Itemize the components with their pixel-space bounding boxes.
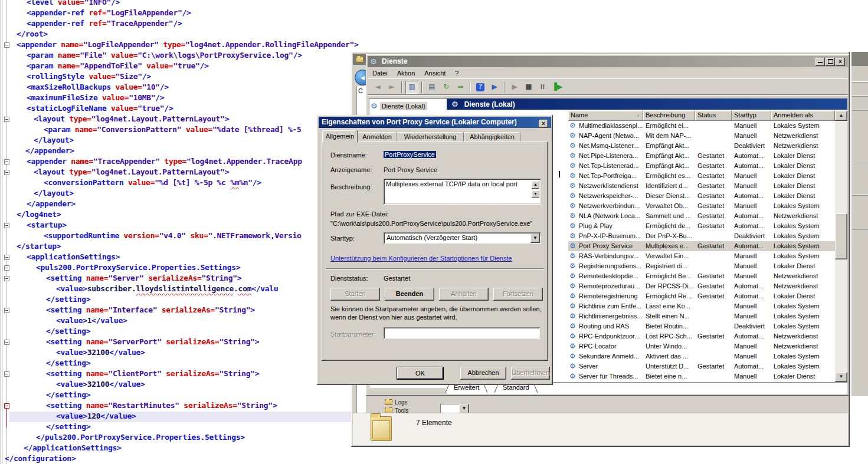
dienststatus-value: Gestartet [384, 275, 410, 282]
table-row[interactable]: ⚙Sekundäre Anmeld...Aktiviert das ...Man… [568, 351, 835, 361]
table-row[interactable]: ⚙Routing und RASBietet Routin...Deaktivi… [568, 321, 835, 331]
background-window-edge [851, 52, 868, 396]
back-icon[interactable]: ◄ [371, 81, 384, 94]
scroll-down-button[interactable]: ▼ [835, 372, 847, 382]
column-header-name[interactable]: Name▲ [568, 111, 643, 121]
table-row[interactable]: ⚙ServerUnterstützt D...GestartetAutomat.… [568, 361, 835, 371]
beschreibung-textbox[interactable]: Multiplexes external TCP/IP data on loca… [384, 179, 541, 205]
folder-icon [356, 57, 363, 62]
table-row[interactable]: ⚙Richtlinie zum Entfe...Lässt eine Ko...… [568, 301, 835, 311]
explorer-statusbar: 7 Elemente [353, 413, 848, 445]
table-row[interactable]: ⚙NetzwerklistendienstIdentifiziert d...G… [568, 181, 835, 191]
table-row[interactable]: ⚙Registrierungsdiens...Registriert di...… [568, 261, 835, 271]
table-row[interactable]: ⚙NAP-Agent (Netwo...Mit dem NAP-...Manue… [568, 131, 835, 141]
export-list-icon[interactable]: ⇒ [454, 81, 467, 94]
table-header: Name▲BeschreibungStatusStarttypAnmelden … [568, 111, 835, 121]
table-row[interactable]: ⚙Net.Tcp-Listenerad...Empfängt Akt...Ges… [568, 161, 835, 171]
element-count-text: 7 Elemente [416, 419, 452, 427]
show-console-tree-icon[interactable]: ▥ [405, 81, 418, 94]
extended-view-icon[interactable]: ▶ [488, 81, 501, 94]
table-row[interactable]: ⚙Net.Tcp-Portfreiga...Ermöglicht es...Ge… [568, 171, 835, 181]
ok-button[interactable]: OK [397, 367, 444, 380]
starttyp-dropdown[interactable]: Automatisch (Verzögerter Start) ▼ [384, 232, 541, 244]
table-row[interactable]: ⚙Remoteprozedurau...Der RPCSS-Di...Gesta… [568, 281, 835, 291]
code-line[interactable]: </root> [9, 29, 413, 40]
desktop: <level value="INFO"/><appender-ref ref="… [0, 0, 868, 464]
column-header-anmeldenals[interactable]: Anmelden als [771, 111, 835, 121]
menu-item-?[interactable]: ? [450, 70, 463, 77]
forward-icon[interactable]: ► [385, 81, 398, 94]
starten-button[interactable]: Starten [330, 288, 380, 301]
properties-icon[interactable]: ▤ [425, 81, 438, 94]
stop-service-icon[interactable]: ■ [522, 81, 535, 94]
services-table: Name▲BeschreibungStatusStarttypAnmelden … [568, 111, 847, 382]
dialog-tab-abhngigkeiten[interactable]: Abhängigkeiten [464, 132, 520, 142]
code-line[interactable]: <appender name="LogFileAppender" type="l… [9, 40, 413, 51]
table-row[interactable]: ⚙Port Proxy ServiceMultiplexes e...Gesta… [568, 241, 835, 251]
startoptions-help-link[interactable]: Unterstützung beim Konfigurieren der Sta… [330, 255, 512, 262]
folder-icon [385, 399, 392, 405]
service-gear-icon: ⚙ [569, 221, 576, 231]
menu-item-ansicht[interactable]: Ansicht [420, 70, 450, 77]
uebernehmen-button[interactable]: Übernehmen [511, 367, 550, 380]
services-titlebar[interactable]: ⚙ Dienste × [368, 56, 848, 67]
table-row[interactable]: ⚙Net.Msmq-Listener...Empfängt Akt...Deak… [568, 141, 835, 151]
dialog-titlebar[interactable]: Eigenschaften von Port Proxy Service (Lo… [319, 117, 551, 128]
table-row[interactable]: ⚙RemoteregistrierungErmöglicht Re...Gest… [568, 291, 835, 301]
scroll-up-icon[interactable]: ▲ [532, 181, 539, 189]
code-line[interactable]: <appender-ref ref="LogFileAppender"/> [9, 8, 413, 19]
table-row[interactable]: ⚙Netzwerkspeicher-...Dieser Dienst...Ges… [568, 191, 835, 201]
folder-item[interactable]: Logs [385, 399, 408, 406]
dialog-tab-allgemein[interactable]: Allgemein [322, 130, 358, 142]
column-header-beschreibung[interactable]: Beschreibung [643, 111, 695, 121]
restart-service-icon[interactable]: ▐▶ [551, 81, 564, 94]
table-row[interactable]: ⚙RAS-Verbindungsv...Verwaltet Ein...Manu… [568, 251, 835, 261]
table-row[interactable]: ⚙Plug & PlayErmöglicht de...GestartetAut… [568, 221, 835, 231]
scrollbar-thumb[interactable] [835, 213, 847, 259]
code-line[interactable]: <appender-ref ref="TraceAppender"/> [9, 19, 413, 29]
code-line[interactable]: </configuration> [5, 454, 413, 464]
service-gear-icon: ⚙ [569, 121, 576, 131]
minimize-button[interactable] [815, 58, 825, 66]
column-header-status[interactable]: Status [695, 111, 732, 121]
table-row[interactable]: ⚙Richtlinienergebniss...Stellt einen N..… [568, 311, 835, 321]
fortsetzen-button[interactable]: Fortsetzen [493, 288, 543, 301]
dienstname-value[interactable]: PortProxyService [384, 151, 436, 158]
maximize-button[interactable] [826, 58, 835, 66]
tree-item-dienste-lokal[interactable]: ⚙Dienste (Lokal) [371, 101, 427, 111]
dialog-tab-wiederherstellung[interactable]: Wiederherstellung [397, 132, 464, 142]
table-row[interactable]: ⚙Server für Threads...Bietet eine n...Ma… [568, 371, 835, 381]
start-service-icon[interactable]: ▶ [508, 81, 521, 94]
scroll-up-button[interactable]: ▲ [835, 111, 847, 121]
menu-item-aktion[interactable]: Aktion [392, 70, 420, 77]
help-icon[interactable]: ? [474, 81, 487, 94]
toolbar: ◄►▥▤↻⇒?▶▶■II▐▶ [368, 80, 848, 95]
table-row[interactable]: ⚙NLA (Network Loca...Sammelt und ...Gest… [568, 211, 835, 221]
table-row[interactable]: ⚙Netzwerkverbindun...Verwaltet Ob...Gest… [568, 201, 835, 211]
beenden-button[interactable]: Beenden [385, 288, 434, 301]
table-row[interactable]: ⚙RPC-Endpunktzuor...Löst RPC-Sch...Gesta… [568, 331, 835, 341]
column-header-starttyp[interactable]: Starttyp [732, 111, 771, 121]
pfad-value: "C:\work\ais\puls200.PortProxyService\pu… [330, 220, 532, 227]
menu-item-datei[interactable]: Datei [368, 70, 392, 77]
scroll-down-icon[interactable]: ▼ [532, 190, 539, 198]
service-gear-icon: ⚙ [569, 161, 576, 171]
table-row[interactable]: ⚙PnP-X-IP-Busenum...Der PnP-X-Bu...Deakt… [568, 231, 835, 241]
anhalten-button[interactable]: Anhalten [439, 288, 489, 301]
chevron-down-icon: ▼ [462, 406, 467, 411]
table-row[interactable]: ⚙Multimediaklassenpl...Ermöglicht ei...M… [568, 121, 835, 131]
service-gear-icon: ⚙ [569, 241, 576, 251]
table-row[interactable]: ⚙Remotedesktopdie...Ermöglicht Be...Gest… [568, 271, 835, 281]
refresh-icon[interactable]: ↻ [440, 81, 453, 94]
vertical-scrollbar[interactable]: ▲ ▼ [835, 111, 847, 382]
pause-service-icon[interactable]: II [536, 81, 549, 94]
close-button[interactable]: × [836, 58, 845, 66]
close-icon[interactable]: × [539, 120, 548, 128]
chevron-down-icon[interactable]: ▼ [530, 233, 540, 243]
table-row[interactable]: ⚙RPC-LocatorUnter Windo...ManuellNetzwer… [568, 341, 835, 351]
abbrechen-button[interactable]: Abbrechen [460, 367, 506, 380]
startparameter-input[interactable] [384, 327, 540, 339]
table-row[interactable]: ⚙Net.Pipe-Listenera...Empfängt Akt...Ges… [568, 151, 835, 161]
dialog-tab-anmelden[interactable]: Anmelden [358, 132, 397, 142]
code-line[interactable]: <level value="INFO"/> [9, 0, 413, 8]
